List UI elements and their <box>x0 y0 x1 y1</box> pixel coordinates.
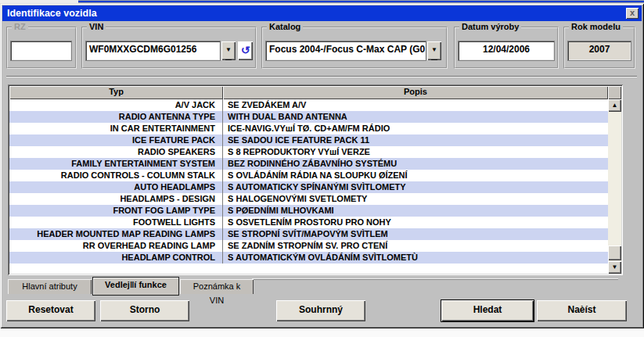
table-row[interactable]: HEADER MOUNTED MAP READING LAMPSSE STROP… <box>9 228 608 240</box>
header-corner-cell <box>608 86 621 99</box>
screen: Identifikace vozidla x RZ VIN WF0MXXGCDM… <box>0 0 644 337</box>
title-bar[interactable]: Identifikace vozidla x <box>2 5 642 21</box>
dialog-title: Identifikace vozidla <box>7 5 97 21</box>
table-row[interactable]: FAMILY ENTERTAINMENT SYSTEMBEZ RODINNÉHO… <box>9 158 608 170</box>
separator-line <box>6 76 637 77</box>
rz-input[interactable] <box>11 41 71 60</box>
katalog-input[interactable]: Focus 2004-/Focus C-Max CAP (G0 <box>266 41 426 60</box>
table-row[interactable]: RADIO SPEAKERSS 8 REPRODUKTORY VYшÍ VERZ… <box>9 146 608 158</box>
vehicle-identification-dialog: Identifikace vozidla x RZ VIN WF0MXXGCDM… <box>0 3 644 328</box>
datum-vyroby-label: Datum výroby <box>459 22 521 32</box>
tab-vedlejsi-funkce[interactable]: Vedlejǁí funkce <box>93 278 178 295</box>
rz-label: RZ <box>12 22 28 32</box>
table-row[interactable]: HEADLAMP CONTROLS AUTOMATICKÝM OVLÁDÁNÍM… <box>9 252 608 264</box>
table-row[interactable]: RR OVERHEAD READING LAMPSE ZADNÍM STROPN… <box>9 240 608 252</box>
close-icon[interactable]: x <box>626 8 639 19</box>
load-button[interactable]: Naèíst <box>537 300 627 321</box>
table-row[interactable]: RADIO CONTROLS - COLUMN STALKS OVLÁDÁNÍM… <box>9 170 608 181</box>
attributes-table: Typ Popis A/V JACKSE ZVEDÁKEM A/V RADIO … <box>8 84 623 275</box>
table-row[interactable]: A/V JACKSE ZVEDÁKEM A/V <box>9 99 608 111</box>
rok-modelu-value: 2007 <box>568 41 631 60</box>
table-row[interactable]: AUTO HEADLAMPSS AUTOMATICKY SPÍNANÝMI SV… <box>9 181 608 193</box>
rok-modelu-label: Rok modelu <box>569 22 623 32</box>
scrollbar-thumb[interactable] <box>608 246 621 260</box>
datum-vyroby-input[interactable]: 12/04/2006 <box>459 41 554 60</box>
table-row[interactable]: FOOTWELL LIGHTSS OSVETLENÍM PROSTORU PRO… <box>9 217 608 228</box>
scroll-up-icon[interactable]: ▲ <box>608 99 621 112</box>
refresh-icon: ↺ <box>241 44 250 56</box>
katalog-label: Katalog <box>267 22 303 32</box>
table-row[interactable]: HEADLAMPS - DESIGNS HALOGENOVÝMI SVETLOM… <box>9 193 608 205</box>
background-window-edge <box>0 328 644 337</box>
scroll-down-icon[interactable]: ▼ <box>608 261 621 274</box>
tab-poznamka-k-vin[interactable]: Poznámka k VIN <box>180 279 254 294</box>
vin-refresh-button[interactable]: ↺ <box>238 41 253 60</box>
vin-label: VIN <box>87 22 106 32</box>
summary-button[interactable]: Souhrnný <box>276 300 365 321</box>
chevron-down-icon: ▼ <box>431 41 437 60</box>
vin-dropdown-button[interactable]: ▼ <box>221 41 236 60</box>
reset-button[interactable]: Resetovat <box>6 300 95 321</box>
table-body: A/V JACKSE ZVEDÁKEM A/V RADIO ANTENNA TY… <box>9 99 608 274</box>
search-button[interactable]: Hledat <box>441 300 534 321</box>
tab-strip-edge <box>252 278 618 280</box>
tab-hlavni-atributy[interactable]: Hlavní atributy <box>8 279 92 294</box>
vin-input[interactable]: WF0MXXGCDM6G01256 <box>86 41 220 60</box>
table-row[interactable]: RADIO ANTENNA TYPEWITH DUAL BAND ANTENNA <box>9 111 608 123</box>
table-row[interactable]: FRONT FOG LAMP TYPES PØEDNÍMI MLHOVKAMI <box>9 205 608 217</box>
table-header: Typ Popis <box>9 86 621 99</box>
chevron-down-icon: ▼ <box>225 41 232 60</box>
table-row[interactable]: IN CAR ENTERTAINMENTICE-NAVIG.VYшÍ TØ. C… <box>9 123 608 134</box>
vertical-scrollbar[interactable]: ▲ ▼ <box>608 99 621 274</box>
cancel-button[interactable]: Storno <box>100 300 189 321</box>
column-header-popis: Popis <box>223 86 608 99</box>
katalog-dropdown-button[interactable]: ▼ <box>427 41 441 60</box>
table-row[interactable]: ICE FEATURE PACKSE SADOU ICE FEATURE PAC… <box>9 134 608 146</box>
column-header-typ: Typ <box>9 86 223 99</box>
